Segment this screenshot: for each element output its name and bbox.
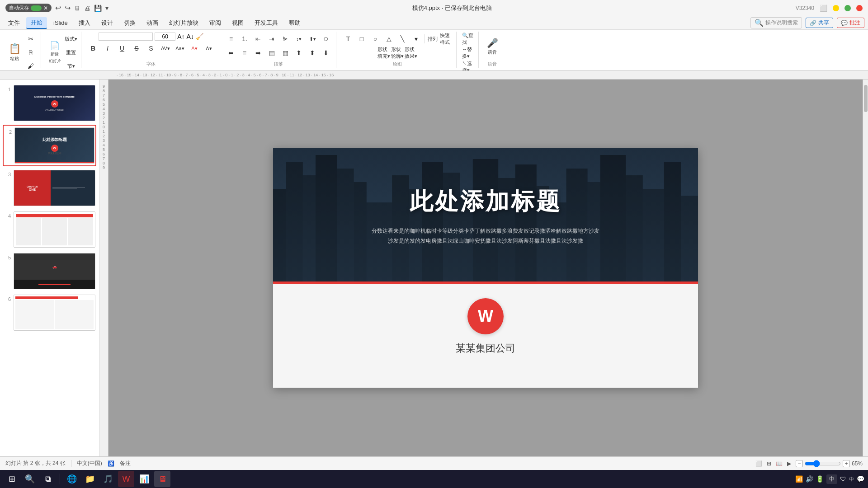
menu-home[interactable]: 开始: [26, 17, 47, 29]
slide-thumb-5[interactable]: 5 🚗: [3, 251, 96, 291]
outdent-btn[interactable]: ⇤: [252, 33, 264, 45]
font-shrink-btn[interactable]: A↓: [187, 33, 194, 40]
taskview-btn[interactable]: ⧉: [40, 471, 56, 487]
wps-btn[interactable]: W: [118, 471, 134, 487]
notification-btn[interactable]: 💬: [857, 475, 864, 483]
menu-insert[interactable]: 插入: [74, 18, 95, 28]
menu-design[interactable]: 设计: [97, 18, 118, 28]
comment-btn[interactable]: 💬 批注: [837, 18, 864, 28]
clear-format-btn[interactable]: 🧹: [196, 33, 203, 40]
autosave-badge[interactable]: 自动保存 ✕: [5, 4, 52, 12]
more-shapes-btn[interactable]: ▾: [410, 33, 422, 45]
save-btn[interactable]: 💾: [94, 5, 102, 12]
slide-canvas[interactable]: 此处添加标题 分数达看来是的咖啡机临时卡等级分类卡萨丁解放路撒多浪费发放记录撒洒…: [273, 148, 698, 388]
normal-view-btn[interactable]: ⬜: [755, 460, 762, 467]
slide-thumb-3[interactable]: 3 CHAPTER ONE: [3, 168, 96, 208]
autosave-toggle[interactable]: [31, 5, 42, 11]
align-top-btn[interactable]: ⬆: [292, 47, 305, 59]
shape-outline-btn[interactable]: 形状轮廓▾: [391, 47, 404, 59]
shadow-btn[interactable]: S: [145, 42, 157, 55]
shape-effect-btn[interactable]: 形状效果▾: [405, 47, 417, 59]
align-justify-btn[interactable]: ▤: [265, 47, 278, 59]
music-btn[interactable]: 🎵: [100, 471, 116, 487]
align-bottom-btn[interactable]: ⬇: [320, 47, 332, 59]
slide-thumb-1[interactable]: 1 Business PowerPoint Template W COMPANY…: [3, 83, 96, 123]
redo-btn[interactable]: ↪: [65, 4, 71, 12]
text-box-btn[interactable]: T: [342, 33, 354, 45]
col-btn[interactable]: ⫸: [279, 33, 292, 45]
close-icon[interactable]: ✕: [43, 5, 48, 11]
explorer-btn[interactable]: 📁: [82, 471, 98, 487]
ppt-btn[interactable]: 📊: [136, 471, 152, 487]
line-spacing-btn[interactable]: ↕▾: [292, 33, 305, 45]
menu-transitions[interactable]: 切换: [119, 18, 140, 28]
slide-thumb-4[interactable]: 4: [3, 210, 96, 249]
align-middle-btn[interactable]: ⬍: [306, 47, 319, 59]
strikethrough-btn[interactable]: S: [130, 42, 143, 55]
new-slide-btn[interactable]: 📄 新建 幻灯片: [47, 41, 63, 64]
align-left-btn[interactable]: ⬅: [225, 47, 237, 59]
taskbar-antivirus-icon[interactable]: 🛡: [840, 475, 846, 483]
slide-thumb-6[interactable]: 6: [3, 293, 96, 333]
menu-view[interactable]: 视图: [227, 18, 248, 28]
restore-btn[interactable]: ⬜: [820, 5, 827, 12]
search-taskbar-btn[interactable]: 🔍: [22, 471, 38, 487]
font-size-input[interactable]: [155, 33, 175, 41]
taskbar-network-icon[interactable]: 📶: [795, 475, 803, 483]
scroll-vertical[interactable]: [863, 80, 868, 456]
list-num-btn[interactable]: 1.: [238, 33, 251, 45]
zoom-in-btn[interactable]: +: [843, 460, 850, 467]
paste-btn[interactable]: 📋 粘贴: [6, 41, 23, 64]
menu-animations[interactable]: 动画: [142, 18, 163, 28]
chrome-btn[interactable]: 🌐: [64, 471, 80, 487]
convert-to-smartart-btn[interactable]: ⬡: [320, 33, 332, 45]
reset-btn[interactable]: 重置: [65, 46, 77, 59]
font-grow-btn[interactable]: A↑: [177, 33, 184, 40]
font-face-input[interactable]: [99, 33, 153, 41]
share-btn[interactable]: 🔗 共享: [806, 18, 833, 28]
scroll-thumb[interactable]: [864, 85, 868, 112]
menu-file[interactable]: 文件: [4, 18, 24, 28]
layout-btn[interactable]: 版式▾: [65, 33, 77, 45]
cut-btn[interactable]: ✂: [24, 33, 37, 45]
company-name[interactable]: 某某集团公司: [456, 342, 515, 355]
find-btn[interactable]: 🔍查找: [462, 33, 475, 45]
notes-btn[interactable]: 备注: [120, 460, 131, 467]
shape-line-btn[interactable]: ╲: [396, 33, 409, 45]
start-btn[interactable]: ⊞: [4, 471, 20, 487]
menu-help[interactable]: 帮助: [284, 18, 305, 28]
taskbar-sound-icon[interactable]: 🔊: [806, 475, 813, 483]
replace-btn[interactable]: ↔替换▾: [462, 47, 475, 59]
slideshow-btn[interactable]: ▶: [787, 460, 791, 467]
font-color-btn[interactable]: A▾: [188, 42, 201, 55]
maximize-btn[interactable]: [844, 5, 851, 11]
shape-circle-btn[interactable]: ○: [369, 33, 382, 45]
zoom-slider[interactable]: [805, 460, 841, 467]
print-btn[interactable]: 🖨: [84, 5, 90, 12]
char-spacing-btn[interactable]: AV▾: [159, 42, 172, 55]
text-direction-btn[interactable]: ⬆▾: [306, 33, 319, 45]
menu-review[interactable]: 审阅: [205, 18, 226, 28]
shape-rect-btn[interactable]: □: [355, 33, 368, 45]
column-btn[interactable]: ▦: [279, 47, 292, 59]
quick-styles-btn[interactable]: 快速样式: [440, 33, 453, 45]
highlight-btn[interactable]: A▾: [203, 42, 215, 55]
italic-btn[interactable]: I: [101, 42, 114, 55]
arrange-btn[interactable]: 排列: [426, 33, 439, 45]
minimize-btn[interactable]: [833, 5, 839, 11]
save-local-btn[interactable]: 🖥: [74, 5, 80, 12]
more-btn[interactable]: ▾: [105, 5, 108, 12]
indent-btn[interactable]: ⇥: [265, 33, 278, 45]
search-box[interactable]: 🔍 操作说明搜索: [750, 17, 802, 28]
dictation-btn[interactable]: 🎤 语音: [484, 35, 500, 58]
underline-btn[interactable]: U: [116, 42, 128, 55]
menu-islide[interactable]: iSlide: [49, 18, 72, 28]
shape-triangle-btn[interactable]: △: [382, 33, 395, 45]
taskbar-ime-btn[interactable]: 中: [826, 474, 837, 484]
wps-active-btn[interactable]: 🖥: [154, 471, 170, 487]
zoom-out-btn[interactable]: −: [796, 460, 803, 467]
undo-btn[interactable]: ↩: [55, 4, 61, 12]
slide-sorter-btn[interactable]: ⊞: [767, 460, 771, 467]
change-case-btn[interactable]: Aa▾: [174, 42, 186, 55]
list-bullet-btn[interactable]: ≡: [225, 33, 237, 45]
